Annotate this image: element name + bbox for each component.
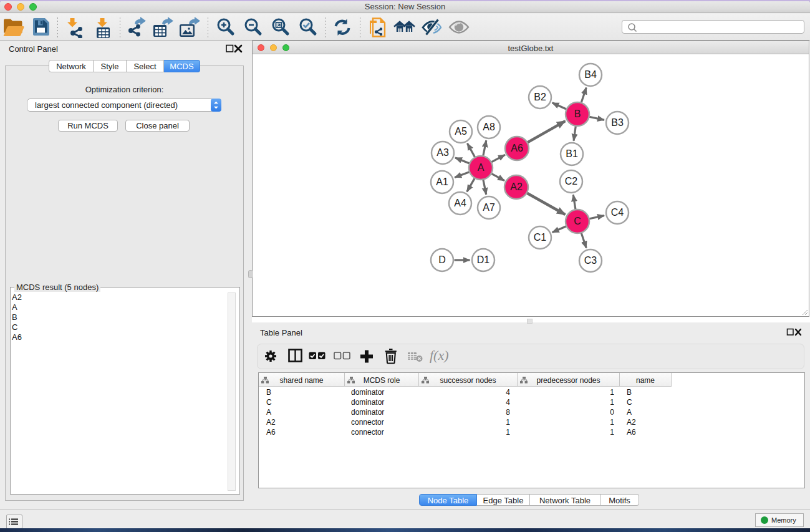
svg-text:D1: D1 bbox=[477, 254, 490, 265]
svg-text:D: D bbox=[438, 254, 446, 265]
svg-text:A5: A5 bbox=[455, 126, 467, 137]
svg-text:B1: B1 bbox=[566, 148, 578, 159]
svg-text:A4: A4 bbox=[454, 198, 466, 208]
svg-text:A: A bbox=[478, 162, 485, 173]
svg-text:B2: B2 bbox=[534, 92, 546, 102]
svg-text:A2: A2 bbox=[510, 181, 523, 192]
svg-text:A7: A7 bbox=[483, 202, 495, 213]
svg-text:C1: C1 bbox=[534, 232, 547, 243]
svg-text:A8: A8 bbox=[483, 122, 495, 132]
svg-text:A6: A6 bbox=[511, 143, 523, 153]
svg-text:A3: A3 bbox=[436, 147, 449, 158]
svg-text:C3: C3 bbox=[584, 255, 597, 266]
svg-text:C4: C4 bbox=[611, 207, 624, 218]
svg-text:C: C bbox=[574, 216, 581, 226]
svg-text:B4: B4 bbox=[584, 69, 597, 80]
svg-text:B3: B3 bbox=[611, 117, 624, 128]
svg-text:B: B bbox=[574, 109, 581, 119]
svg-text:A1: A1 bbox=[436, 177, 448, 187]
svg-text:C2: C2 bbox=[565, 176, 578, 186]
